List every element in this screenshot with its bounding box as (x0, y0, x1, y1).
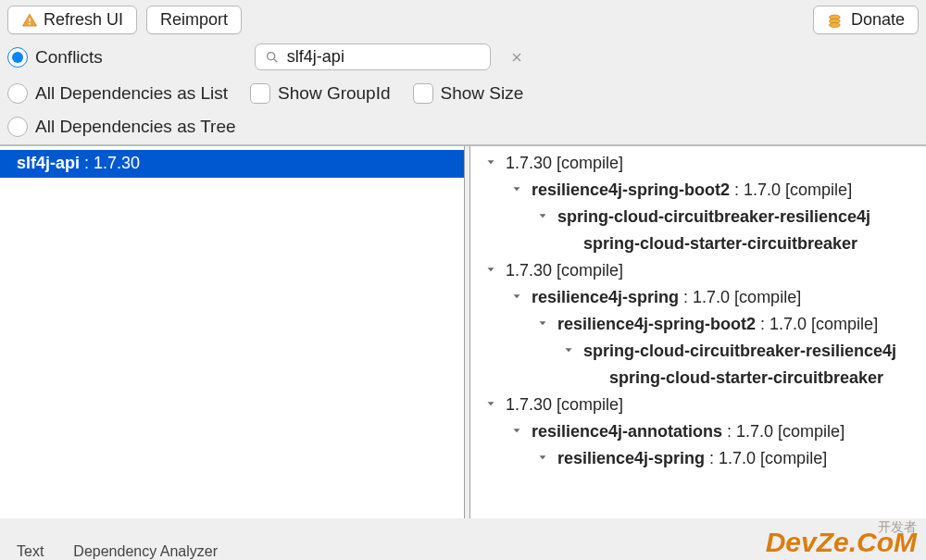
refresh-ui-button[interactable]: Refresh UI (7, 6, 137, 34)
tree-row[interactable]: resilience4j-annotations : 1.7.0 [compil… (472, 420, 922, 447)
warning-icon (21, 12, 38, 29)
search-icon (265, 50, 280, 65)
checkbox-icon (250, 83, 270, 104)
donate-button[interactable]: Donate (813, 6, 919, 34)
tree-label: resilience4j-spring-boot2 : 1.7.0 [compi… (557, 315, 878, 334)
tree-label: spring-cloud-starter-circuitbreaker (609, 368, 883, 388)
chevron-down-icon[interactable] (482, 261, 500, 280)
tree-label: spring-cloud-starter-circuitbreaker (583, 234, 857, 254)
clear-icon[interactable] (509, 50, 524, 65)
tree-row[interactable]: spring-cloud-circuitbreaker-resilience4j (472, 205, 922, 232)
tree-row[interactable]: 1.7.30 [compile] (472, 393, 922, 420)
radio-all-dependencies-tree[interactable]: All Dependencies as Tree (7, 117, 236, 137)
check-label: Show GroupId (278, 83, 390, 104)
tree-row[interactable]: spring-cloud-starter-circuitbreaker (472, 232, 922, 259)
left-list[interactable]: slf4j-api : 1.7.30 (0, 146, 465, 518)
radio-all-dependencies-list[interactable]: All Dependencies as List (7, 83, 228, 104)
radio-conflicts[interactable]: Conflicts (7, 47, 103, 68)
donate-label: Donate (851, 10, 905, 30)
tree-label: resilience4j-spring-boot2 : 1.7.0 [compi… (532, 180, 852, 200)
radio-label: Conflicts (35, 47, 103, 68)
coins-icon (827, 11, 845, 30)
watermark: 开发者 DevZe.CoM (766, 527, 917, 558)
tab-dependency-analyzer[interactable]: Dependency Analyzer (73, 543, 218, 560)
tree-label: resilience4j-spring : 1.7.0 [compile] (557, 449, 827, 468)
check-label: Show Size (441, 83, 524, 104)
chevron-down-icon[interactable] (533, 207, 552, 227)
tree-label: resilience4j-annotations : 1.7.0 [compil… (532, 422, 845, 442)
radio-icon (7, 83, 28, 104)
chevron-down-icon[interactable] (507, 180, 526, 200)
tree-label: resilience4j-spring : 1.7.0 [compile] (532, 288, 801, 307)
svg-rect-0 (29, 18, 31, 21)
svg-point-5 (268, 52, 275, 59)
svg-line-6 (274, 59, 277, 62)
chevron-down-icon[interactable] (533, 315, 552, 334)
tree-label: spring-cloud-circuitbreaker-resilience4j (557, 207, 870, 227)
chevron-down-icon[interactable] (507, 422, 526, 442)
reimport-label: Reimport (160, 10, 228, 30)
radio-icon (7, 117, 28, 137)
tree-label: 1.7.30 [compile] (506, 154, 623, 173)
bottom-tabs: Text Dependency Analyzer (17, 543, 218, 560)
check-show-groupid[interactable]: Show GroupId (250, 83, 390, 104)
reimport-button[interactable]: Reimport (146, 6, 242, 34)
tree-row[interactable]: 1.7.30 [compile] (472, 152, 922, 179)
toolbar: Refresh UI Reimport Donate (0, 0, 926, 40)
artifact-name: slf4j-api (17, 154, 80, 172)
search-field[interactable] (255, 44, 491, 70)
right-tree[interactable]: 1.7.30 [compile]resilience4j-spring-boot… (470, 146, 926, 518)
chevron-down-icon[interactable] (507, 288, 526, 307)
svg-rect-1 (29, 23, 31, 25)
tree-label: spring-cloud-circuitbreaker-resilience4j (583, 342, 896, 361)
radio-label: All Dependencies as List (35, 83, 228, 104)
tree-row[interactable]: resilience4j-spring : 1.7.0 [compile] (472, 286, 922, 313)
chevron-down-icon[interactable] (559, 342, 578, 361)
filter-panel: Conflicts All Dependencies as List Show … (0, 40, 926, 144)
tree-label: 1.7.30 [compile] (506, 395, 623, 415)
svg-point-4 (829, 22, 840, 27)
checkbox-icon (413, 83, 433, 104)
artifact-version: : 1.7.30 (80, 154, 140, 172)
chevron-down-icon[interactable] (482, 154, 500, 173)
chevron-down-icon[interactable] (482, 395, 500, 415)
split-pane: slf4j-api : 1.7.30 1.7.30 [compile]resil… (0, 144, 926, 518)
radio-label: All Dependencies as Tree (35, 117, 236, 137)
check-show-size[interactable]: Show Size (413, 83, 524, 104)
chevron-down-icon[interactable] (533, 449, 552, 468)
tree-row[interactable]: spring-cloud-circuitbreaker-resilience4j (472, 340, 922, 367)
tree-label: 1.7.30 [compile] (506, 261, 623, 280)
refresh-ui-label: Refresh UI (44, 10, 123, 30)
tab-text[interactable]: Text (17, 543, 44, 560)
tree-row[interactable]: 1.7.30 [compile] (472, 259, 922, 286)
list-item[interactable]: slf4j-api : 1.7.30 (0, 150, 464, 178)
tree-row[interactable]: resilience4j-spring-boot2 : 1.7.0 [compi… (472, 179, 922, 205)
tree-row[interactable]: spring-cloud-starter-circuitbreaker (472, 367, 922, 393)
radio-icon (7, 47, 28, 68)
tree-row[interactable]: resilience4j-spring : 1.7.0 [compile] (472, 447, 922, 474)
search-input[interactable] (287, 47, 502, 67)
tree-row[interactable]: resilience4j-spring-boot2 : 1.7.0 [compi… (472, 313, 922, 340)
